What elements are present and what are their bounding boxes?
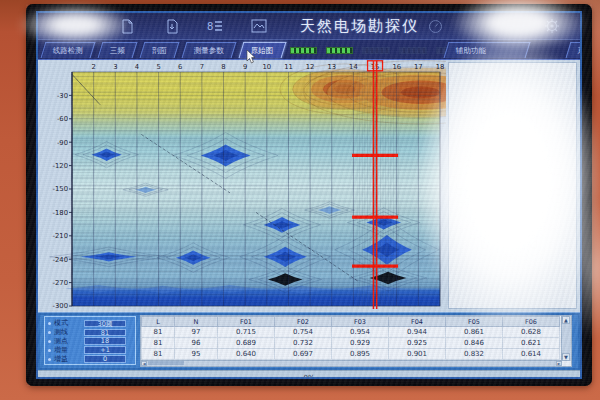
parameter-panel: 模式 30频 测线 81 测点 18 增量 +1 增益 0 [44,316,136,365]
svg-text:3: 3 [113,63,117,71]
table-cell: 0.628 [503,327,560,338]
table-cell: 0.697 [275,349,332,360]
column-header[interactable]: F05 [446,317,503,327]
svg-text:10: 10 [262,63,271,71]
svg-text:2: 2 [91,63,95,71]
tab-three-freq[interactable]: 三频 [98,42,138,58]
svg-text:18: 18 [436,63,445,71]
right-panel [448,62,577,309]
bullet-icon [48,322,51,325]
svg-text:-150: -150 [53,185,68,193]
svg-text:6: 6 [178,63,182,71]
svg-text:-300: -300 [53,302,68,310]
table-cell: 0.689 [218,338,275,349]
table-cell: 0.614 [503,349,560,360]
table-cell: 0.861 [446,327,503,338]
scroll-left-icon[interactable]: ◄ [141,361,147,366]
svg-text:11: 11 [284,63,293,71]
scroll-right-icon[interactable]: ► [556,361,562,366]
bottom-panel: 模式 30频 测线 81 测点 18 增量 +1 增益 0 LNF01F02F0… [38,312,580,370]
green-indicator-bar [326,47,353,54]
column-header[interactable]: F03 [332,317,389,327]
table-cell: 0.621 [503,338,560,349]
param-row: 增益 0 [48,355,132,364]
svg-text:-120: -120 [53,162,68,170]
device-photo: { "toolbar": { "title": "天然电场勘探仪", "icon… [0,0,600,400]
column-header[interactable]: L [142,317,175,327]
tab-aux-function[interactable]: 辅助功能 [444,42,531,58]
table-cell: 0.732 [275,338,332,349]
table-cell: 97 [175,327,218,338]
param-value[interactable]: 0 [84,355,126,363]
tab-line-check[interactable]: 线路检测 [41,42,96,58]
column-header[interactable]: F01 [218,317,275,327]
table-cell: 0.925 [389,338,446,349]
table-row[interactable]: 81950.6400.6970.8950.9010.8320.614 [142,349,560,360]
table-cell: 0.832 [446,349,503,360]
table-row[interactable]: 81970.7150.7540.9540.9440.8610.628 [142,327,560,338]
inactive-indicator-bar [399,47,427,54]
table-row[interactable]: 81960.6890.7320.9290.9250.8460.621 [142,338,560,349]
instrument-ui: 8 天然电场勘探仪 线路检测 三频 剖面 测量参数 原始图 辅助功能 [36,11,582,379]
svg-text:8: 8 [221,63,225,71]
svg-text:15: 15 [371,63,380,71]
table-cell: 0.944 [389,327,446,338]
scroll-up-icon[interactable]: ▲ [562,316,570,324]
param-value[interactable]: 30频 [84,320,126,328]
param-value[interactable]: 81 [84,329,126,337]
horizontal-scrollbar[interactable]: ◄ ► [141,360,562,366]
svg-text:-30: -30 [57,92,68,100]
svg-text:-60: -60 [57,115,68,123]
table-cell: 0.901 [389,349,446,360]
tab-system-settings[interactable]: 系统设置 [566,42,582,58]
svg-text:-180: -180 [53,209,68,217]
svg-text:8: 8 [207,21,213,32]
table-cell: 0.954 [332,327,389,338]
table-cell: 96 [175,338,218,349]
table-cell: 0.640 [218,349,275,360]
bullet-icon [48,331,51,334]
column-header[interactable]: F02 [275,317,332,327]
record-list-icon[interactable]: 8 [206,17,224,35]
bullet-icon [48,358,51,361]
column-header[interactable]: N [175,317,218,327]
svg-text:7: 7 [200,63,204,71]
save-file-icon[interactable] [163,17,181,35]
param-value[interactable]: +1 [84,346,126,354]
mouse-pointer-icon [246,49,256,68]
main-area: -30-60-90-120-150-180-210-240-270-300234… [38,60,580,312]
column-header[interactable]: F04 [389,317,446,327]
svg-text:14: 14 [349,63,358,71]
green-indicator-bar [290,47,317,54]
table-cell: 81 [142,327,175,338]
table-cell: 0.754 [275,327,332,338]
param-label: 增益 [54,354,84,364]
table-cell: 81 [142,338,175,349]
data-table-container: LNF01F02F03F04F05F0681970.7150.7540.9540… [140,315,572,367]
image-view-icon[interactable] [250,17,268,35]
dial-icon[interactable] [426,17,444,35]
table-cell: 81 [142,349,175,360]
table-header-row: LNF01F02F03F04F05F06 [142,317,560,327]
column-header[interactable]: F06 [503,317,560,327]
page-title: 天然电场勘探仪 [300,17,419,36]
new-file-icon[interactable] [118,17,136,35]
contour-section-chart[interactable]: -30-60-90-120-150-180-210-240-270-300234… [42,60,446,312]
svg-text:-90: -90 [57,139,68,147]
param-value[interactable]: 18 [84,337,126,345]
svg-text:-240: -240 [53,256,68,264]
svg-text:5: 5 [156,63,160,71]
table-cell: 95 [175,349,218,360]
gear-icon[interactable] [543,17,561,35]
svg-text:4: 4 [135,63,139,71]
table-cell: 0.929 [332,338,389,349]
scrollbar-thumb[interactable] [148,361,184,365]
vertical-scrollbar[interactable]: ▲ ▼ [561,316,571,361]
svg-text:17: 17 [414,63,423,71]
tab-measure-params[interactable]: 测量参数 [182,42,237,58]
status-bar: 0% [38,370,580,379]
scroll-down-icon[interactable]: ▼ [562,353,570,361]
table-cell: 0.846 [446,338,503,349]
inactive-indicator-bar [362,47,390,54]
tab-profile[interactable]: 剖面 [140,42,180,58]
